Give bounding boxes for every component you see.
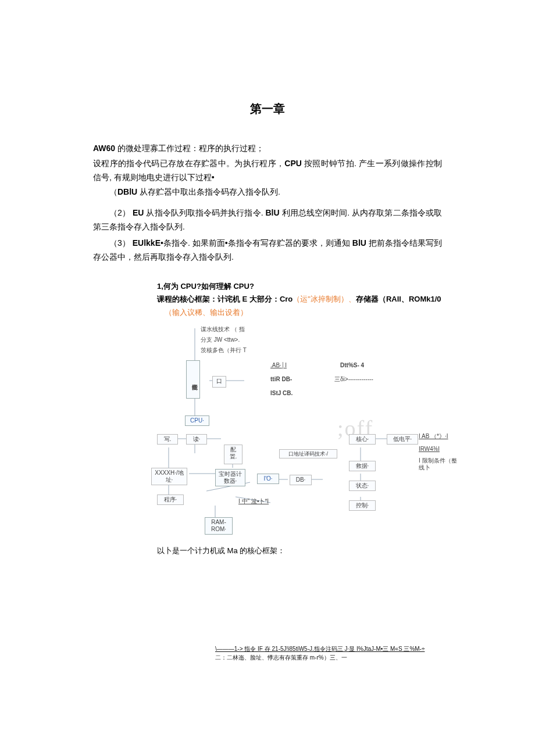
xxxxh-box: XXXXH·/地址· bbox=[151, 468, 187, 485]
dtt-label: Dtt%S- 4 bbox=[340, 362, 364, 369]
lowlevel-box: 低电平· bbox=[387, 434, 418, 445]
config-box: 配置. bbox=[224, 445, 242, 464]
cpu-box: CPU· bbox=[185, 415, 209, 426]
flow-text-2: 分支 JW <ttw>. bbox=[201, 336, 240, 343]
db2-box: DB· bbox=[290, 475, 312, 485]
footnote-line1: \———1-> 指令 IF 存 21-5J!i85tiW5-J.指令注码三 J·… bbox=[215, 644, 442, 653]
addr-decode-box: 口地址译码技术·/ bbox=[279, 449, 337, 459]
footnote-block: \———1-> 指令 IF 存 21-5J!i85tiW5-J.指令注码三 J·… bbox=[215, 644, 442, 662]
iab-label: I AB （*》·I bbox=[419, 433, 448, 440]
architecture-diagram: 谋水线技术 （ 指 分支 JW <ttw>. 茨核多色（并行 T 提高性能 口 … bbox=[157, 323, 459, 543]
framework-line: 课程的核心框架：计诧机 E 大部分：Cro（运"冰捽制制）、存储器（RAIl、R… bbox=[157, 293, 442, 306]
io-box: I'O· bbox=[257, 474, 279, 484]
mid-label: I 中" 浚•卜*I bbox=[238, 498, 269, 505]
intro-line1: AW60 的微处理寡工作过程：程序的执行过程； bbox=[93, 142, 442, 156]
control-box: 控制· bbox=[349, 500, 376, 511]
cpu-question: 1,何为 CPU?如何理解 CPU? bbox=[157, 280, 442, 293]
flow-text-3: 茨核多色（并行 T bbox=[201, 347, 247, 354]
intro-line1-bold: AW60 bbox=[93, 144, 115, 153]
core-box: 核心· bbox=[349, 434, 376, 445]
intro-line2-bold: CPU bbox=[284, 159, 302, 168]
program-box: 程序· bbox=[157, 495, 184, 505]
intro-item1b: 从存贮器中取出条指令码存入指令队列. bbox=[137, 187, 280, 196]
intro-item2-bold2: BlU bbox=[266, 208, 280, 217]
intro-item2: （2） EU 从指令队列取指令码并执行指令. BlU 利用总线空闲时间. 从内存… bbox=[93, 206, 442, 234]
intro-item3: （3） EUlkkE•条指令. 如果前面•条指令有写存贮器的要求，则通知 BlU… bbox=[93, 237, 442, 264]
intro-item3-bold2: BlU bbox=[352, 238, 366, 248]
chapter-title: 第一章 bbox=[93, 99, 442, 119]
small-box: 口 bbox=[212, 376, 226, 388]
rw-label: IRW4⅜I bbox=[419, 446, 440, 453]
perf-box: 提高性能 bbox=[186, 360, 200, 399]
intro-item1: （DBlU 从存贮器中取出条指令码存入指令队列. bbox=[93, 185, 442, 199]
intro-item3b: •条指令. 如果前面•条指令有写存贮器的要求，则通知 bbox=[160, 238, 352, 248]
intro-item2b: 从指令队列取指令码并执行指令. bbox=[144, 208, 265, 217]
framework-orange1: （运"冰捽制制）、 bbox=[293, 295, 356, 303]
db-label: ttiR DB- bbox=[270, 376, 292, 383]
intro-item2a: （2） bbox=[109, 208, 133, 217]
intro-item3-bold1: EUlkkE bbox=[133, 238, 160, 248]
diagram-lines bbox=[157, 323, 459, 543]
cb-label: IStJ CB. bbox=[270, 390, 293, 397]
limit-label: I 限制条件（整线卜 bbox=[419, 457, 459, 471]
intro-line1-rest: 的微处理寡工作过程：程序的执行过程； bbox=[115, 144, 264, 153]
write-box: 写. bbox=[157, 434, 178, 445]
footnote-line1-text: \———1-> 指令 IF 存 21-5J!i85tiW5-J.指令注码三 J·… bbox=[215, 646, 425, 652]
footnote-line2: 二：二林迤、脸址、悸志有存策重存 m-r%）三、一 bbox=[215, 653, 442, 662]
ab-label: .AB·│I bbox=[270, 362, 287, 369]
flow-text-1: 谋水线技术 （ 指 bbox=[201, 326, 245, 333]
framework-b: 存储器（RAIl、ROMk1/0 bbox=[356, 295, 441, 303]
intro-item2-bold1: EU bbox=[133, 208, 144, 217]
data-box: 救据· bbox=[349, 461, 376, 471]
intro-item1a: （ bbox=[109, 187, 117, 196]
timer-box: 宝时器计数器· bbox=[215, 469, 245, 486]
tri-label: 三δi>------------- bbox=[334, 376, 373, 383]
intro-line2a: 设程序的指令代码已存放在存贮器中。为执行程序， bbox=[93, 159, 284, 168]
diagram-summary: 以卜是一个计力机或 Ma 的核心框架： bbox=[157, 544, 442, 557]
ramrom-box: RAM-ROM· bbox=[205, 517, 233, 535]
framework-orange2: （输入议稀、输出设着） bbox=[165, 306, 442, 319]
intro-line2: 设程序的指令代码已存放在存贮器中。为执行程序，CPU 按照时钟节拍. 产生一系列… bbox=[93, 157, 442, 185]
intro-item3a: （3） bbox=[109, 238, 133, 248]
intro-item1-bold: DBlU bbox=[117, 187, 137, 196]
framework-a: 课程的核心框架：计诧机 E 大部分：Cro bbox=[157, 295, 293, 303]
read-box: 读· bbox=[186, 434, 207, 445]
status-box: 状态· bbox=[349, 481, 376, 491]
